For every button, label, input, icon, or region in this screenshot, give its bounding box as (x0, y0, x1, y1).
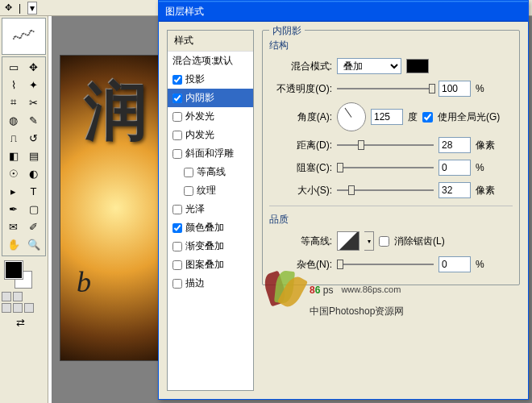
style-checkbox[interactable] (172, 205, 182, 214)
dodge-tool[interactable]: ◐ (24, 165, 43, 181)
style-item-描边[interactable]: 描边 (168, 274, 253, 293)
style-item-颜色叠加[interactable]: 颜色叠加 (168, 218, 253, 237)
distance-slider[interactable] (337, 138, 434, 152)
eyedropper-tool[interactable]: ✐ (24, 218, 43, 235)
history-brush-tool[interactable]: ↺ (24, 130, 43, 146)
shadow-color-swatch[interactable] (406, 59, 429, 73)
style-label: 纹理 (197, 184, 216, 197)
document-window[interactable]: 润 b (60, 55, 172, 361)
blend-options-item[interactable]: 混合选项:默认 (168, 52, 253, 70)
marquee-tool[interactable]: ▭ (4, 59, 23, 75)
style-checkbox[interactable] (184, 168, 193, 177)
path-select-tool[interactable]: ▸ (4, 183, 23, 199)
distance-input[interactable] (438, 137, 471, 153)
jump-to-button[interactable]: ⇄ (2, 314, 39, 330)
noise-input[interactable] (438, 256, 471, 272)
gradient-tool[interactable]: ▤ (24, 147, 43, 164)
wand-tool[interactable]: ✦ (24, 77, 43, 93)
style-checkbox[interactable] (172, 279, 182, 289)
style-item-斜面和浮雕[interactable]: 斜面和浮雕 (168, 144, 253, 163)
opacity-label: 不透明度(O): (269, 82, 332, 96)
style-item-投影[interactable]: 投影 (168, 70, 253, 89)
size-label: 大小(S): (269, 184, 332, 197)
settings-panel: 内阴影 结构 混合模式: 叠加 不透明度(O): % 角度(A): (262, 30, 520, 391)
move-tool[interactable]: ✥ (24, 59, 43, 75)
style-item-内发光[interactable]: 内发光 (168, 126, 253, 144)
noise-unit: % (476, 259, 484, 270)
style-checkbox[interactable] (172, 260, 182, 270)
standard-mode[interactable] (2, 292, 11, 301)
stamp-tool[interactable]: ⎍ (4, 130, 23, 146)
style-item-渐变叠加[interactable]: 渐变叠加 (168, 237, 253, 256)
style-checkbox[interactable] (172, 149, 182, 159)
heal-tool[interactable]: ◍ (4, 112, 23, 128)
style-item-内阴影[interactable]: 内阴影 (168, 89, 253, 107)
left-column: 〰 ▭✥ ⌇✦ ⌗✂ ◍✎ ⎍↺ ◧▤ ☉◐ ▸T ✒▢ ✉✐ ✋🔍 ⇄ (0, 16, 48, 403)
dialog-titlebar[interactable]: 图层样式 (159, 1, 528, 22)
style-checkbox[interactable] (172, 93, 182, 103)
crop-tool[interactable]: ⌗ (4, 94, 23, 110)
divider: | (19, 2, 21, 14)
style-list: 样式 混合选项:默认 投影内阴影外发光内发光斜面和浮雕等高线纹理光泽颜色叠加渐变… (167, 30, 254, 391)
screen-mode-2[interactable] (13, 303, 23, 313)
angle-dial[interactable] (337, 102, 366, 131)
style-checkbox[interactable] (172, 75, 182, 85)
eraser-tool[interactable]: ◧ (4, 147, 23, 164)
screen-mode-1[interactable] (2, 303, 11, 313)
styles-header[interactable]: 样式 (168, 31, 253, 52)
style-item-图案叠加[interactable]: 图案叠加 (168, 256, 253, 274)
style-label: 斜面和浮雕 (185, 147, 234, 160)
size-input[interactable] (438, 182, 471, 198)
lasso-tool[interactable]: ⌇ (4, 77, 23, 93)
style-label: 外发光 (185, 110, 214, 123)
size-unit: 像素 (476, 184, 495, 197)
distance-label: 距离(D): (269, 139, 332, 152)
style-checkbox[interactable] (172, 242, 182, 251)
style-checkbox[interactable] (172, 112, 182, 122)
angle-input[interactable] (371, 109, 403, 125)
pen-tool[interactable]: ✒ (4, 201, 23, 217)
artwork-subtext: b (77, 265, 91, 299)
opacity-input[interactable] (438, 81, 471, 97)
brush-tool[interactable]: ✎ (24, 112, 43, 128)
contour-dropdown[interactable]: ▾ (364, 231, 374, 251)
style-checkbox[interactable] (184, 186, 193, 196)
slice-tool[interactable]: ✂ (24, 94, 43, 110)
hand-tool[interactable]: ✋ (4, 236, 23, 252)
angle-label: 角度(A): (269, 110, 332, 124)
style-checkbox[interactable] (172, 223, 182, 233)
inner-shadow-group: 内阴影 结构 混合模式: 叠加 不透明度(O): % 角度(A): (262, 30, 520, 285)
toolbox: ▭✥ ⌇✦ ⌗✂ ◍✎ ⎍↺ ◧▤ ☉◐ ▸T ✒▢ ✉✐ ✋🔍 (2, 56, 46, 256)
blur-tool[interactable]: ☉ (4, 165, 23, 181)
style-item-纹理[interactable]: 纹理 (168, 181, 253, 200)
style-checkbox[interactable] (172, 131, 182, 140)
quickmask-mode[interactable] (13, 292, 23, 301)
choke-slider[interactable] (337, 160, 434, 175)
notes-tool[interactable]: ✉ (4, 218, 23, 235)
style-label: 描边 (185, 276, 205, 290)
antialias-checkbox[interactable] (379, 236, 389, 247)
fg-color-swatch[interactable] (5, 261, 23, 279)
style-item-等高线[interactable]: 等高线 (168, 163, 253, 181)
noise-slider[interactable] (337, 257, 434, 272)
contour-swatch[interactable] (337, 231, 360, 251)
size-slider[interactable] (337, 183, 434, 197)
color-swatches[interactable] (2, 260, 46, 289)
zoom-tool[interactable]: 🔍 (24, 236, 43, 252)
choke-input[interactable] (438, 160, 471, 176)
shape-tool[interactable]: ▢ (24, 201, 43, 217)
quality-title: 品质 (269, 213, 513, 226)
style-item-光泽[interactable]: 光泽 (168, 200, 253, 218)
global-light-label: 使用全局光(G) (438, 110, 500, 124)
style-label: 投影 (185, 73, 205, 86)
layer-style-dialog: 图层样式 样式 混合选项:默认 投影内阴影外发光内发光斜面和浮雕等高线纹理光泽颜… (158, 0, 529, 400)
style-item-外发光[interactable]: 外发光 (168, 107, 253, 126)
type-tool[interactable]: T (24, 183, 43, 199)
global-light-checkbox[interactable] (422, 112, 433, 123)
options-dropdown[interactable]: ▾ (27, 2, 37, 15)
blend-mode-select[interactable]: 叠加 (337, 58, 401, 74)
opacity-slider[interactable] (337, 81, 434, 96)
opacity-unit: % (476, 83, 484, 94)
group-title: 内阴影 (269, 24, 305, 38)
screen-mode-3[interactable] (24, 303, 34, 313)
